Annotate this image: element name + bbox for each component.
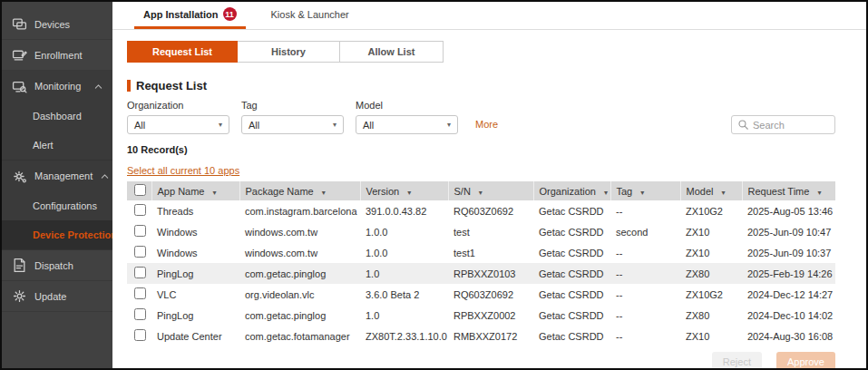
cell-version: ZX80T.2.33.1.10.0 [360, 326, 448, 346]
column-header-package-name[interactable]: Package Name▾ [239, 181, 360, 200]
model-select-value: All [363, 120, 374, 131]
sidebar-item-dashboard[interactable]: Dashboard [2, 102, 112, 131]
cell-sn: RQ603Z0692 [448, 200, 533, 221]
cell-package-name: com.instagram.barcelona [239, 200, 360, 221]
cell-version: 391.0.0.43.82 [360, 200, 448, 221]
sidebar-item-label: Monitoring [34, 81, 86, 92]
sidebar-item-label: Dashboard [33, 111, 82, 122]
search-icon [737, 119, 749, 131]
cell-tag: second [610, 221, 680, 242]
table-row-highlighted: PingLog com.getac.pinglog 1.0 RPBXXZ0103… [127, 263, 835, 284]
cell-app-name: VLC [151, 284, 239, 305]
tab-label: App Installation [143, 9, 219, 20]
cell-organization: Getac CSRDD [533, 221, 610, 242]
record-count: 10 Record(s) [127, 144, 835, 155]
organization-select[interactable]: All ▾ [127, 115, 229, 134]
tag-select-value: All [249, 120, 259, 131]
sidebar-item-devices[interactable]: Devices [2, 9, 112, 40]
sidebar-group-monitoring: Monitoring Dashboard Alert [2, 71, 112, 161]
cell-sn: RMBXXZ0172 [448, 326, 533, 346]
cell-tag: -- [610, 242, 680, 263]
sidebar-item-enrollment[interactable]: Enrollment [2, 40, 112, 71]
model-select[interactable]: All ▾ [356, 115, 458, 134]
tag-select[interactable]: All ▾ [241, 115, 344, 134]
sidebar-item-management[interactable]: Management [2, 161, 112, 191]
subtab-history[interactable]: History [238, 41, 340, 63]
section-title-text: Request List [136, 79, 207, 92]
column-header-app-name[interactable]: App Name▾ [151, 181, 239, 200]
reject-button[interactable]: Reject [712, 352, 762, 368]
row-checkbox[interactable] [134, 246, 146, 258]
filter-row: Organization All ▾ Tag All ▾ Model [127, 100, 835, 134]
tab-app-installation[interactable]: App Installation 11 [134, 2, 246, 29]
approve-button[interactable]: Approve [776, 352, 835, 368]
sidebar-item-dispatch[interactable]: Dispatch [2, 250, 112, 281]
sort-dropdown-icon: ▾ [479, 189, 483, 197]
cell-sn: RQ603Z0692 [448, 284, 533, 305]
cell-tag: -- [610, 305, 680, 326]
tab-kiosk-launcher[interactable]: Kiosk & Launcher [262, 2, 358, 29]
column-header-model[interactable]: Model▾ [680, 181, 742, 200]
tag-label: Tag [241, 100, 344, 111]
subtab-allow-list[interactable]: Allow List [340, 41, 444, 63]
cell-request-time: 2024-Dec-12 14:27 [742, 284, 835, 305]
management-icon [12, 169, 27, 184]
sidebar-item-monitoring[interactable]: Monitoring [2, 71, 112, 102]
sidebar-group-management: Management Configurations Device Protect… [2, 161, 112, 250]
cell-model: ZX10G2 [680, 284, 742, 305]
sidebar-item-alert[interactable]: Alert [2, 131, 112, 160]
row-checkbox[interactable] [134, 329, 146, 341]
sidebar-item-label: Management [34, 170, 93, 181]
column-header-tag[interactable]: Tag▾ [610, 181, 680, 200]
content-panel: Request List History Allow List Request … [112, 30, 866, 368]
cell-package-name: com.getac.fotamanager [239, 326, 360, 346]
cell-model: ZX80 [680, 305, 742, 326]
column-header-organization[interactable]: Organization▾ [533, 181, 610, 200]
row-checkbox[interactable] [134, 267, 146, 278]
update-icon [12, 288, 27, 304]
cell-model: ZX10 [680, 242, 742, 263]
cell-tag: -- [610, 263, 680, 284]
search-input[interactable] [753, 120, 825, 131]
chevron-down-icon: ▾ [333, 121, 336, 129]
table-row: Windows windows.com.tw 1.0.0 test Getac … [127, 221, 835, 242]
organization-label: Organization [127, 100, 229, 111]
cell-version: 1.0 [360, 263, 448, 284]
cell-app-name: Windows [151, 242, 239, 263]
subtab-request-list[interactable]: Request List [127, 41, 238, 63]
sort-dropdown-icon: ▾ [407, 189, 411, 197]
cell-app-name: PingLog [151, 305, 239, 326]
row-checkbox[interactable] [134, 225, 146, 237]
organization-filter: Organization All ▾ [127, 100, 229, 134]
cell-model: ZX10 [680, 326, 742, 346]
chevron-down-icon: ▾ [219, 121, 222, 129]
app-window: Devices Enrollment Monitoring Dashboard [0, 0, 868, 370]
select-all-apps-link[interactable]: Select all current 10 apps [127, 165, 239, 176]
sidebar-item-label: Device Protection [33, 229, 112, 240]
action-footer: Reject Approve [127, 346, 835, 368]
column-header-request-time[interactable]: Request Time▾ [742, 181, 835, 200]
sidebar: Devices Enrollment Monitoring Dashboard [2, 2, 112, 368]
table-row: Windows windows.com.tw 1.0.0 test1 Getac… [127, 242, 835, 263]
cell-version: 1.0.0 [360, 242, 448, 263]
row-checkbox[interactable] [134, 204, 146, 216]
enrollment-icon [12, 47, 27, 63]
sidebar-item-label: Update [34, 291, 103, 302]
column-header-version[interactable]: Version▾ [360, 181, 448, 200]
more-filters-link[interactable]: More [475, 119, 498, 134]
cell-app-name: Threads [151, 200, 239, 221]
sidebar-item-update[interactable]: Update [2, 281, 112, 312]
cell-app-name: Windows [151, 221, 239, 242]
sidebar-item-device-protection[interactable]: Device Protection [2, 220, 112, 249]
cell-package-name: com.getac.pinglog [239, 263, 360, 284]
column-header-sn[interactable]: S/N▾ [448, 181, 533, 200]
cell-version: 1.0.0 [360, 221, 448, 242]
cell-tag: -- [610, 200, 680, 221]
select-all-checkbox[interactable] [134, 184, 146, 196]
sidebar-item-label: Dispatch [34, 260, 103, 271]
row-checkbox[interactable] [134, 287, 146, 299]
sidebar-item-configurations[interactable]: Configurations [2, 191, 112, 220]
notification-count-badge: 11 [223, 7, 237, 21]
cell-sn: test1 [448, 242, 533, 263]
row-checkbox[interactable] [134, 308, 146, 320]
